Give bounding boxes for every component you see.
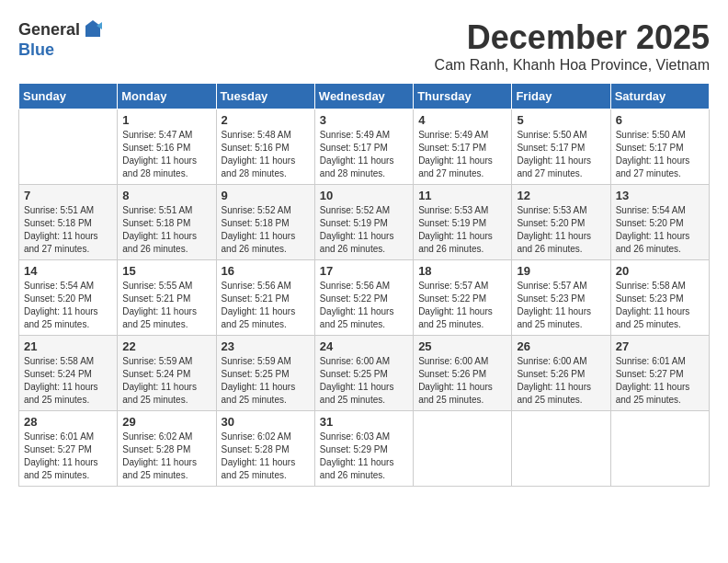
day-number: 5 bbox=[517, 113, 605, 127]
month-title: December 2025 bbox=[435, 18, 710, 57]
calendar-cell: 26Sunrise: 6:00 AMSunset: 5:26 PMDayligh… bbox=[512, 336, 610, 411]
day-number: 17 bbox=[320, 264, 408, 278]
header-row: SundayMondayTuesdayWednesdayThursdayFrid… bbox=[19, 84, 710, 109]
day-info: Sunrise: 6:00 AMSunset: 5:26 PMDaylight:… bbox=[418, 355, 506, 407]
calendar-cell bbox=[512, 411, 610, 487]
calendar-cell: 7Sunrise: 5:51 AMSunset: 5:18 PMDaylight… bbox=[19, 185, 118, 260]
day-info: Sunrise: 6:02 AMSunset: 5:28 PMDaylight:… bbox=[222, 431, 310, 482]
calendar-cell bbox=[610, 411, 709, 487]
day-number: 26 bbox=[517, 339, 605, 353]
day-number: 19 bbox=[517, 264, 605, 278]
logo-general-text: General bbox=[18, 20, 80, 40]
calendar-cell: 23Sunrise: 5:59 AMSunset: 5:25 PMDayligh… bbox=[216, 336, 314, 411]
day-info: Sunrise: 5:56 AMSunset: 5:21 PMDaylight:… bbox=[222, 280, 310, 331]
header-day-friday: Friday bbox=[512, 84, 610, 109]
day-info: Sunrise: 5:51 AMSunset: 5:18 PMDaylight:… bbox=[24, 204, 112, 256]
day-info: Sunrise: 5:59 AMSunset: 5:25 PMDaylight:… bbox=[222, 355, 310, 407]
day-number: 28 bbox=[24, 415, 112, 429]
day-info: Sunrise: 6:03 AMSunset: 5:29 PMDaylight:… bbox=[320, 431, 408, 482]
day-info: Sunrise: 6:00 AMSunset: 5:25 PMDaylight:… bbox=[320, 355, 408, 407]
day-number: 9 bbox=[222, 189, 310, 202]
calendar-header: SundayMondayTuesdayWednesdayThursdayFrid… bbox=[19, 84, 710, 109]
day-info: Sunrise: 5:54 AMSunset: 5:20 PMDaylight:… bbox=[24, 280, 112, 331]
calendar-cell: 27Sunrise: 6:01 AMSunset: 5:27 PMDayligh… bbox=[610, 336, 709, 411]
day-number: 16 bbox=[222, 264, 310, 278]
calendar-cell: 2Sunrise: 5:48 AMSunset: 5:16 PMDaylight… bbox=[216, 109, 314, 185]
day-number: 3 bbox=[320, 113, 408, 127]
calendar-cell bbox=[19, 109, 118, 185]
day-info: Sunrise: 5:53 AMSunset: 5:19 PMDaylight:… bbox=[418, 204, 506, 256]
day-info: Sunrise: 6:02 AMSunset: 5:28 PMDaylight:… bbox=[122, 431, 210, 482]
day-number: 14 bbox=[24, 264, 112, 278]
week-row-3: 14Sunrise: 5:54 AMSunset: 5:20 PMDayligh… bbox=[19, 260, 710, 336]
logo-blue-text: Blue bbox=[18, 40, 54, 60]
day-number: 1 bbox=[122, 113, 210, 127]
day-info: Sunrise: 5:52 AMSunset: 5:19 PMDaylight:… bbox=[320, 204, 408, 256]
day-number: 27 bbox=[616, 339, 704, 353]
day-number: 11 bbox=[418, 189, 506, 202]
title-section: December 2025 Cam Ranh, Khanh Hoa Provin… bbox=[435, 18, 710, 74]
calendar-cell: 10Sunrise: 5:52 AMSunset: 5:19 PMDayligh… bbox=[314, 185, 413, 260]
calendar-cell: 21Sunrise: 5:58 AMSunset: 5:24 PMDayligh… bbox=[19, 336, 118, 411]
calendar-cell: 22Sunrise: 5:59 AMSunset: 5:24 PMDayligh… bbox=[118, 336, 216, 411]
calendar-cell: 20Sunrise: 5:58 AMSunset: 5:23 PMDayligh… bbox=[610, 260, 709, 336]
day-number: 6 bbox=[616, 113, 704, 127]
day-info: Sunrise: 5:47 AMSunset: 5:16 PMDaylight:… bbox=[122, 129, 210, 180]
day-info: Sunrise: 5:50 AMSunset: 5:17 PMDaylight:… bbox=[616, 129, 704, 180]
day-number: 20 bbox=[616, 264, 704, 278]
header-day-wednesday: Wednesday bbox=[314, 84, 413, 109]
calendar-cell: 5Sunrise: 5:50 AMSunset: 5:17 PMDaylight… bbox=[512, 109, 610, 185]
calendar-cell: 9Sunrise: 5:52 AMSunset: 5:18 PMDaylight… bbox=[216, 185, 314, 260]
calendar-table: SundayMondayTuesdayWednesdayThursdayFrid… bbox=[18, 83, 710, 487]
day-number: 7 bbox=[24, 189, 112, 202]
calendar-cell: 31Sunrise: 6:03 AMSunset: 5:29 PMDayligh… bbox=[314, 411, 413, 487]
day-info: Sunrise: 5:57 AMSunset: 5:22 PMDaylight:… bbox=[418, 280, 506, 331]
calendar-cell: 6Sunrise: 5:50 AMSunset: 5:17 PMDaylight… bbox=[610, 109, 709, 185]
logo: General Blue bbox=[18, 18, 104, 60]
day-number: 12 bbox=[517, 189, 605, 202]
day-info: Sunrise: 5:50 AMSunset: 5:17 PMDaylight:… bbox=[517, 129, 605, 180]
week-row-1: 1Sunrise: 5:47 AMSunset: 5:16 PMDaylight… bbox=[19, 109, 710, 185]
week-row-5: 28Sunrise: 6:01 AMSunset: 5:27 PMDayligh… bbox=[19, 411, 710, 487]
calendar-cell: 28Sunrise: 6:01 AMSunset: 5:27 PMDayligh… bbox=[19, 411, 118, 487]
day-info: Sunrise: 5:51 AMSunset: 5:18 PMDaylight:… bbox=[122, 204, 210, 256]
day-info: Sunrise: 5:49 AMSunset: 5:17 PMDaylight:… bbox=[320, 129, 408, 180]
day-number: 22 bbox=[122, 339, 210, 353]
day-info: Sunrise: 5:55 AMSunset: 5:21 PMDaylight:… bbox=[122, 280, 210, 331]
day-number: 13 bbox=[616, 189, 704, 202]
day-info: Sunrise: 6:01 AMSunset: 5:27 PMDaylight:… bbox=[616, 355, 704, 407]
day-number: 15 bbox=[122, 264, 210, 278]
day-number: 10 bbox=[320, 189, 408, 202]
day-info: Sunrise: 5:49 AMSunset: 5:17 PMDaylight:… bbox=[418, 129, 506, 180]
day-number: 18 bbox=[418, 264, 506, 278]
day-info: Sunrise: 5:52 AMSunset: 5:18 PMDaylight:… bbox=[222, 204, 310, 256]
header-day-monday: Monday bbox=[118, 84, 216, 109]
day-info: Sunrise: 5:56 AMSunset: 5:22 PMDaylight:… bbox=[320, 280, 408, 331]
calendar-cell: 19Sunrise: 5:57 AMSunset: 5:23 PMDayligh… bbox=[512, 260, 610, 336]
calendar-cell: 30Sunrise: 6:02 AMSunset: 5:28 PMDayligh… bbox=[216, 411, 314, 487]
page-header: General Blue December 2025 Cam Ranh, Kha… bbox=[18, 18, 710, 74]
day-info: Sunrise: 6:00 AMSunset: 5:26 PMDaylight:… bbox=[517, 355, 605, 407]
day-number: 23 bbox=[222, 339, 310, 353]
calendar-cell: 12Sunrise: 5:53 AMSunset: 5:20 PMDayligh… bbox=[512, 185, 610, 260]
day-number: 31 bbox=[320, 415, 408, 429]
calendar-cell bbox=[414, 411, 512, 487]
calendar-cell: 15Sunrise: 5:55 AMSunset: 5:21 PMDayligh… bbox=[118, 260, 216, 336]
header-day-thursday: Thursday bbox=[414, 84, 512, 109]
day-number: 4 bbox=[418, 113, 506, 127]
calendar-cell: 17Sunrise: 5:56 AMSunset: 5:22 PMDayligh… bbox=[314, 260, 413, 336]
header-day-sunday: Sunday bbox=[19, 84, 118, 109]
day-info: Sunrise: 5:54 AMSunset: 5:20 PMDaylight:… bbox=[616, 204, 704, 256]
week-row-2: 7Sunrise: 5:51 AMSunset: 5:18 PMDaylight… bbox=[19, 185, 710, 260]
day-number: 2 bbox=[222, 113, 310, 127]
calendar-cell: 1Sunrise: 5:47 AMSunset: 5:16 PMDaylight… bbox=[118, 109, 216, 185]
day-info: Sunrise: 5:58 AMSunset: 5:24 PMDaylight:… bbox=[24, 355, 112, 407]
day-number: 21 bbox=[24, 339, 112, 353]
calendar-cell: 11Sunrise: 5:53 AMSunset: 5:19 PMDayligh… bbox=[414, 185, 512, 260]
calendar-cell: 29Sunrise: 6:02 AMSunset: 5:28 PMDayligh… bbox=[118, 411, 216, 487]
day-info: Sunrise: 5:53 AMSunset: 5:20 PMDaylight:… bbox=[517, 204, 605, 256]
day-info: Sunrise: 5:57 AMSunset: 5:23 PMDaylight:… bbox=[517, 280, 605, 331]
day-info: Sunrise: 5:59 AMSunset: 5:24 PMDaylight:… bbox=[122, 355, 210, 407]
calendar-cell: 14Sunrise: 5:54 AMSunset: 5:20 PMDayligh… bbox=[19, 260, 118, 336]
day-number: 29 bbox=[122, 415, 210, 429]
